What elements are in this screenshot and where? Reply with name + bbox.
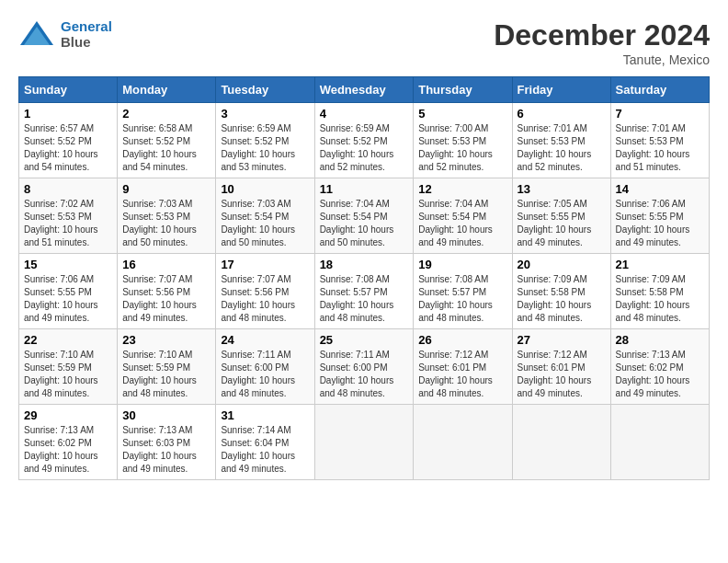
table-cell: 12Sunrise: 7:04 AM Sunset: 5:54 PM Dayli… (414, 178, 512, 254)
day-info: Sunrise: 7:06 AM Sunset: 5:55 PM Dayligh… (616, 198, 704, 249)
table-cell: 17Sunrise: 7:07 AM Sunset: 5:56 PM Dayli… (216, 254, 314, 329)
day-number: 12 (418, 182, 506, 196)
day-info: Sunrise: 7:11 AM Sunset: 6:00 PM Dayligh… (221, 349, 309, 400)
day-number: 4 (320, 107, 409, 121)
table-cell (414, 405, 512, 480)
table-cell: 20Sunrise: 7:09 AM Sunset: 5:58 PM Dayli… (512, 254, 610, 329)
day-info: Sunrise: 7:13 AM Sunset: 6:03 PM Dayligh… (122, 424, 210, 476)
day-number: 31 (221, 408, 309, 422)
day-number: 14 (616, 182, 704, 196)
table-cell: 10Sunrise: 7:03 AM Sunset: 5:54 PM Dayli… (216, 178, 314, 254)
table-cell: 21Sunrise: 7:09 AM Sunset: 5:58 PM Dayli… (610, 254, 709, 329)
table-cell: 9Sunrise: 7:03 AM Sunset: 5:53 PM Daylig… (118, 178, 216, 254)
day-info: Sunrise: 7:14 AM Sunset: 6:04 PM Dayligh… (221, 424, 309, 476)
table-cell: 8Sunrise: 7:02 AM Sunset: 5:53 PM Daylig… (19, 178, 118, 254)
day-number: 16 (122, 258, 210, 271)
calendar-row: 1Sunrise: 6:57 AM Sunset: 5:52 PM Daylig… (19, 103, 710, 178)
col-tuesday: Tuesday (216, 77, 314, 103)
day-info: Sunrise: 7:05 AM Sunset: 5:55 PM Dayligh… (518, 198, 606, 249)
day-number: 22 (24, 333, 112, 347)
calendar-table: Sunday Monday Tuesday Wednesday Thursday… (18, 76, 710, 480)
col-friday: Friday (512, 77, 610, 103)
col-sunday: Sunday (19, 77, 118, 103)
day-info: Sunrise: 7:00 AM Sunset: 5:53 PM Dayligh… (418, 122, 506, 174)
day-number: 5 (418, 107, 506, 121)
table-cell: 3Sunrise: 6:59 AM Sunset: 5:52 PM Daylig… (216, 103, 314, 178)
table-cell: 26Sunrise: 7:12 AM Sunset: 6:01 PM Dayli… (414, 329, 512, 405)
table-cell: 7Sunrise: 7:01 AM Sunset: 5:53 PM Daylig… (610, 103, 709, 178)
col-monday: Monday (118, 77, 216, 103)
col-saturday: Saturday (610, 77, 709, 103)
day-number: 10 (221, 182, 309, 196)
table-cell: 27Sunrise: 7:12 AM Sunset: 6:01 PM Dayli… (512, 329, 610, 405)
table-cell: 24Sunrise: 7:11 AM Sunset: 6:00 PM Dayli… (216, 329, 314, 405)
table-cell: 22Sunrise: 7:10 AM Sunset: 5:59 PM Dayli… (19, 329, 118, 405)
day-number: 8 (24, 182, 112, 196)
table-cell: 2Sunrise: 6:58 AM Sunset: 5:52 PM Daylig… (118, 103, 216, 178)
location: Tanute, Mexico (494, 52, 710, 67)
title-block: December 2024 Tanute, Mexico (494, 18, 710, 67)
day-info: Sunrise: 7:02 AM Sunset: 5:53 PM Dayligh… (24, 198, 112, 249)
table-cell (610, 405, 709, 480)
day-number: 28 (616, 333, 704, 347)
logo-icon (18, 19, 55, 49)
day-info: Sunrise: 6:57 AM Sunset: 5:52 PM Dayligh… (24, 122, 112, 174)
calendar-row: 29Sunrise: 7:13 AM Sunset: 6:02 PM Dayli… (19, 405, 710, 480)
day-number: 30 (122, 408, 210, 422)
day-info: Sunrise: 6:59 AM Sunset: 5:52 PM Dayligh… (221, 122, 309, 174)
day-info: Sunrise: 7:12 AM Sunset: 6:01 PM Dayligh… (418, 349, 506, 400)
table-cell: 23Sunrise: 7:10 AM Sunset: 5:59 PM Dayli… (118, 329, 216, 405)
day-info: Sunrise: 7:07 AM Sunset: 5:56 PM Dayligh… (221, 273, 309, 325)
calendar-row: 22Sunrise: 7:10 AM Sunset: 5:59 PM Dayli… (19, 329, 710, 405)
day-number: 21 (616, 258, 704, 271)
day-number: 29 (24, 408, 112, 422)
header-row: Sunday Monday Tuesday Wednesday Thursday… (19, 77, 710, 103)
day-number: 25 (320, 333, 409, 347)
day-number: 23 (122, 333, 210, 347)
page-header: General Blue December 2024 Tanute, Mexic… (18, 18, 710, 67)
day-info: Sunrise: 7:04 AM Sunset: 5:54 PM Dayligh… (418, 198, 506, 249)
day-info: Sunrise: 6:58 AM Sunset: 5:52 PM Dayligh… (122, 122, 210, 174)
day-info: Sunrise: 7:03 AM Sunset: 5:54 PM Dayligh… (221, 198, 309, 249)
day-info: Sunrise: 7:09 AM Sunset: 5:58 PM Dayligh… (616, 273, 704, 325)
col-thursday: Thursday (414, 77, 512, 103)
table-cell (314, 405, 414, 480)
table-cell (512, 405, 610, 480)
day-info: Sunrise: 7:01 AM Sunset: 5:53 PM Dayligh… (616, 122, 704, 174)
day-info: Sunrise: 7:04 AM Sunset: 5:54 PM Dayligh… (320, 198, 409, 249)
day-info: Sunrise: 7:08 AM Sunset: 5:57 PM Dayligh… (320, 273, 409, 325)
table-cell: 6Sunrise: 7:01 AM Sunset: 5:53 PM Daylig… (512, 103, 610, 178)
day-info: Sunrise: 7:10 AM Sunset: 5:59 PM Dayligh… (24, 349, 112, 400)
month-title: December 2024 (494, 18, 710, 52)
day-info: Sunrise: 7:11 AM Sunset: 6:00 PM Dayligh… (320, 349, 409, 400)
table-cell: 30Sunrise: 7:13 AM Sunset: 6:03 PM Dayli… (118, 405, 216, 480)
day-number: 3 (221, 107, 309, 121)
day-number: 1 (24, 107, 112, 121)
table-cell: 15Sunrise: 7:06 AM Sunset: 5:55 PM Dayli… (19, 254, 118, 329)
day-number: 24 (221, 333, 309, 347)
day-number: 19 (418, 258, 506, 271)
table-cell: 29Sunrise: 7:13 AM Sunset: 6:02 PM Dayli… (19, 405, 118, 480)
table-cell: 28Sunrise: 7:13 AM Sunset: 6:02 PM Dayli… (610, 329, 709, 405)
day-number: 27 (518, 333, 606, 347)
day-info: Sunrise: 7:09 AM Sunset: 5:58 PM Dayligh… (518, 273, 606, 325)
day-number: 20 (518, 258, 606, 271)
day-info: Sunrise: 7:07 AM Sunset: 5:56 PM Dayligh… (122, 273, 210, 325)
logo: General Blue (18, 18, 112, 50)
calendar-row: 15Sunrise: 7:06 AM Sunset: 5:55 PM Dayli… (19, 254, 710, 329)
day-info: Sunrise: 7:08 AM Sunset: 5:57 PM Dayligh… (418, 273, 506, 325)
day-number: 7 (616, 107, 704, 121)
table-cell: 25Sunrise: 7:11 AM Sunset: 6:00 PM Dayli… (314, 329, 414, 405)
table-cell: 19Sunrise: 7:08 AM Sunset: 5:57 PM Dayli… (414, 254, 512, 329)
day-number: 17 (221, 258, 309, 271)
logo-text: General Blue (61, 18, 112, 50)
day-info: Sunrise: 7:01 AM Sunset: 5:53 PM Dayligh… (518, 122, 606, 174)
day-number: 6 (518, 107, 606, 121)
day-info: Sunrise: 7:13 AM Sunset: 6:02 PM Dayligh… (616, 349, 704, 400)
day-info: Sunrise: 7:12 AM Sunset: 6:01 PM Dayligh… (518, 349, 606, 400)
day-number: 11 (320, 182, 409, 196)
day-info: Sunrise: 6:59 AM Sunset: 5:52 PM Dayligh… (320, 122, 409, 174)
table-cell: 16Sunrise: 7:07 AM Sunset: 5:56 PM Dayli… (118, 254, 216, 329)
col-wednesday: Wednesday (314, 77, 414, 103)
day-number: 15 (24, 258, 112, 271)
